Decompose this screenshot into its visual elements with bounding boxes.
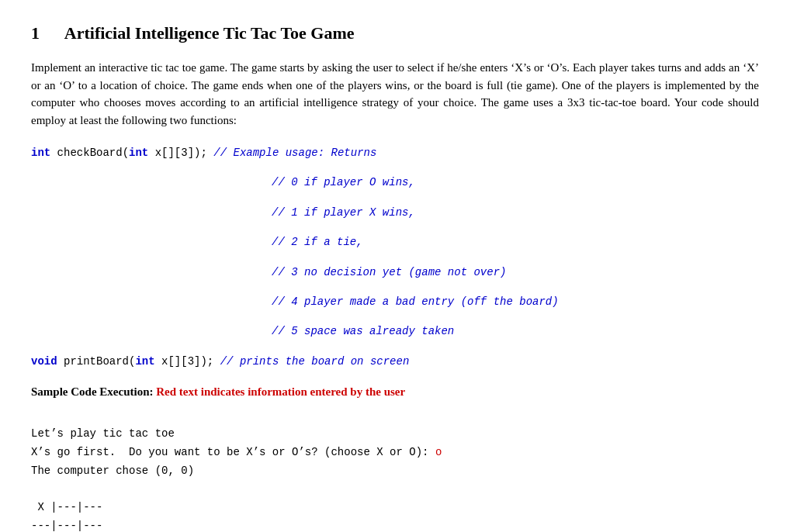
keyword-int-3: int	[135, 355, 154, 368]
section-number: 1	[31, 23, 40, 43]
sample-emphasis: Red text indicates information entered b…	[156, 385, 405, 398]
function2-line: void printBoard(int x[][3]); // prints t…	[31, 353, 759, 370]
comment-4: // 4 player made a bad entry (off the bo…	[272, 295, 559, 308]
exec-line1: Let’s play tic tac toe	[31, 427, 175, 440]
exec-line3: The computer chose (0, 0)	[31, 465, 194, 477]
keyword-int-1: int	[31, 147, 50, 159]
code-block-2: void printBoard(int x[][3]); // prints t…	[31, 353, 759, 370]
function1-comment: // Example usage: Returns	[213, 147, 376, 159]
exec-line2-input: o	[435, 446, 442, 458]
function1-params: x[][3]);	[148, 147, 207, 159]
comment-line-1: // 0 if player O wins,	[31, 174, 759, 191]
comment-line-6: // 5 space was already taken	[31, 323, 759, 340]
function2-sig: printBoard(	[57, 355, 136, 368]
sample-heading: Sample Code Execution: Red text indicate…	[31, 385, 759, 399]
function1-sig: checkBoard(	[50, 147, 129, 159]
comment-0: // 0 if player O wins,	[272, 176, 415, 188]
comment-line-4: // 3 no decision yet (game not over)	[31, 264, 759, 281]
exec-board1: X |---|--- ---|---|--- ---|---|---	[31, 501, 102, 532]
function2-params: x[][3]);	[155, 355, 214, 368]
intro-paragraph: Implement an interactive tic tac toe gam…	[31, 59, 759, 129]
comment-line-5: // 4 player made a bad entry (off the bo…	[31, 293, 759, 310]
function1-line: int checkBoard(int x[][3]); // Example u…	[31, 144, 759, 161]
execution-block: Let’s play tic tac toe X’s go first. Do …	[31, 406, 759, 532]
keyword-int-2: int	[129, 147, 148, 159]
comment-3: // 3 no decision yet (game not over)	[272, 266, 506, 278]
keyword-void: void	[31, 355, 57, 368]
function2-comment: // prints the board on screen	[220, 355, 410, 368]
exec-line2-prefix: X’s go first. Do you want to be X’s or O…	[31, 446, 435, 458]
comment-2: // 2 if a tie,	[272, 236, 363, 248]
page-title: 1 Artificial Intelligence Tic Tac Toe Ga…	[31, 23, 759, 43]
comment-1: // 1 if player X wins,	[272, 206, 415, 219]
comment-5: // 5 space was already taken	[272, 325, 454, 337]
comment-line-2: // 1 if player X wins,	[31, 204, 759, 221]
title-text: Artificial Intelligence Tic Tac Toe Game	[64, 23, 355, 43]
comment-line-3: // 2 if a tie,	[31, 233, 759, 250]
code-block-1: int checkBoard(int x[][3]); // Example u…	[31, 144, 759, 340]
